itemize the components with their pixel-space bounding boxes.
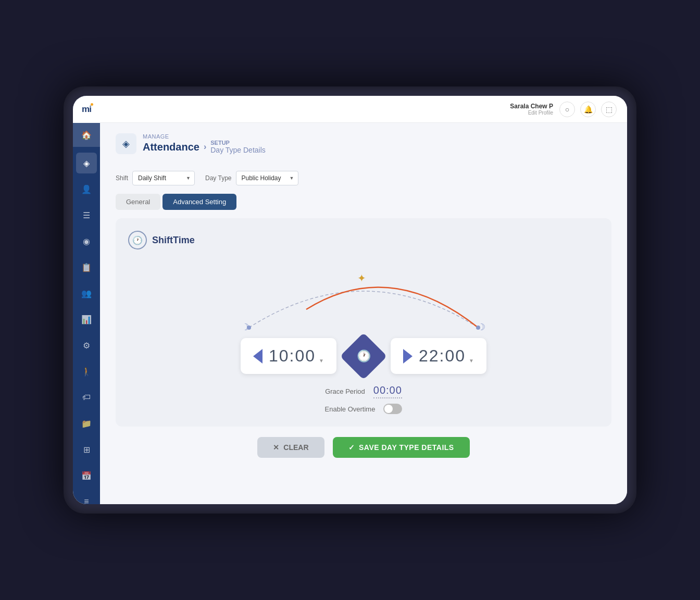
calendar-icon: 📅 <box>81 471 92 481</box>
username-label: Sarala Chew P <box>510 103 553 110</box>
shift-label: Shift <box>116 174 128 182</box>
content-area: ◈ Manage Attendance › Setup Day Type Det… <box>100 123 627 504</box>
logo-dot <box>91 103 93 106</box>
breadcrumb-page-label: Day Type Details <box>210 146 266 154</box>
sidebar-item-user-circle[interactable]: ◉ <box>76 231 97 252</box>
time-in-box: 10:00 ▼ <box>241 338 336 374</box>
search-icon-btn[interactable]: ○ <box>559 102 575 117</box>
edit-profile-link[interactable]: Edit Profile <box>528 110 553 116</box>
people-icon: 👥 <box>81 289 92 298</box>
walk-icon: 🚶 <box>81 367 92 377</box>
search-icon: ○ <box>565 105 569 114</box>
time-out-dropdown-icon[interactable]: ▼ <box>469 358 474 364</box>
sidebar-nav: ◈ 👤 ☰ ◉ 📋 👥 📊 <box>76 147 97 504</box>
breadcrumb-manage-label: Manage <box>143 133 266 140</box>
logo-text: mi <box>82 104 91 115</box>
arc-dot-left <box>247 326 251 330</box>
sidebar-item-people[interactable]: 👥 <box>76 283 97 304</box>
x-icon: ✕ <box>273 443 279 452</box>
breadcrumb-icon: ◈ <box>116 133 136 154</box>
sidebar-item-calendar[interactable]: 📅 <box>76 465 97 486</box>
list-icon: ☰ <box>83 210 90 220</box>
clear-label: CLEAR <box>283 443 308 452</box>
tabs-row: General Advanced Setting <box>116 194 611 210</box>
fingerprint-icon: ◈ <box>83 158 90 168</box>
shift-filter-group: Shift Daily Shift Night Shift Morning Sh… <box>116 171 195 185</box>
person-icon: 👤 <box>81 184 92 194</box>
home-icon: 🏠 <box>81 130 92 140</box>
arc-dashed <box>249 291 478 328</box>
arc-active <box>306 287 478 328</box>
topbar: Sarala Chew P Edit Profile ○ 🔔 ⬚ <box>100 96 627 123</box>
fingerprint-nav-icon: ◈ <box>122 138 130 149</box>
arc-dot-right <box>476 326 480 330</box>
user-info: Sarala Chew P Edit Profile <box>510 103 553 116</box>
arc-container: ☽ ☽ ✦ <box>128 260 599 343</box>
tab-general[interactable]: General <box>116 194 160 210</box>
save-button[interactable]: ✓ SAVE DAY TYPE DETAILS <box>333 437 470 458</box>
bell-icon: 🔔 <box>584 105 593 114</box>
tablet-screen: mi 🏠 ◈ 👤 ☰ ◉ <box>73 96 627 504</box>
filter-row: Shift Daily Shift Night Shift Morning Sh… <box>116 171 611 185</box>
bottom-actions: ✕ CLEAR ✓ SAVE DAY TYPE DETAILS <box>116 437 611 458</box>
breadcrumb-setup-label: Setup <box>210 140 266 146</box>
clear-button[interactable]: ✕ CLEAR <box>257 437 324 458</box>
day-type-select[interactable]: Public Holiday Regular Day Rest Day <box>236 171 298 185</box>
sidebar-item-fingerprint[interactable]: ◈ <box>76 153 97 173</box>
shift-card-header: 🕐 ShiftTime <box>128 231 599 249</box>
sidebar: mi 🏠 ◈ 👤 ☰ ◉ <box>73 96 100 504</box>
sidebar-item-folder[interactable]: 📁 <box>76 413 97 434</box>
sidebar-item-badge[interactable]: 🏷 <box>76 387 97 408</box>
sidebar-item-settings[interactable]: ⚙ <box>76 335 97 356</box>
time-in-dropdown-icon[interactable]: ▼ <box>319 358 324 364</box>
notification-icon-btn[interactable]: 🔔 <box>580 102 596 117</box>
sidebar-item-grid[interactable]: ⊞ <box>76 439 97 460</box>
topbar-icons: ○ 🔔 ⬚ <box>559 102 617 117</box>
check-icon: ✓ <box>348 443 355 452</box>
badge-icon: 🏷 <box>82 393 91 402</box>
time-out-value[interactable]: 22:00 <box>419 346 466 366</box>
shift-select[interactable]: Daily Shift Night Shift Morning Shift <box>132 171 195 185</box>
grid-icon: ⊞ <box>83 445 90 455</box>
breadcrumb-section: Attendance <box>143 141 199 153</box>
grace-period-label: Grace Period <box>325 388 365 395</box>
breadcrumb-sub: Setup Day Type Details <box>210 140 266 154</box>
list2-icon: ≡ <box>84 497 89 504</box>
sun-icon: ✦ <box>357 272 366 284</box>
document-icon: 📋 <box>81 262 92 272</box>
day-type-filter-group: Day Type Public Holiday Regular Day Rest… <box>205 171 298 185</box>
day-type-select-wrapper: Public Holiday Regular Day Rest Day <box>236 171 298 185</box>
breadcrumb-text: Manage Attendance › Setup Day Type Detai… <box>143 133 266 154</box>
tablet-frame: mi 🏠 ◈ 👤 ☰ ◉ <box>64 86 636 514</box>
logout-icon-btn[interactable]: ⬚ <box>601 102 617 117</box>
sidebar-item-person[interactable]: 👤 <box>76 179 97 199</box>
breadcrumb: ◈ Manage Attendance › Setup Day Type Det… <box>116 133 611 160</box>
tab-advanced[interactable]: Advanced Setting <box>162 194 236 210</box>
sidebar-item-document[interactable]: 📋 <box>76 257 97 278</box>
sidebar-item-list[interactable]: ☰ <box>76 205 97 226</box>
sidebar-item-home[interactable]: 🏠 <box>73 123 100 147</box>
logout-icon: ⬚ <box>606 105 612 114</box>
breadcrumb-title-row: Attendance › Setup Day Type Details <box>143 140 266 154</box>
clock-diamond-icon: 🕐 <box>357 349 371 363</box>
sidebar-item-list2[interactable]: ≡ <box>76 491 97 504</box>
clock-header-icon: 🕐 <box>128 231 147 249</box>
shift-select-wrapper: Daily Shift Night Shift Morning Shift <box>132 171 195 185</box>
logo[interactable]: mi <box>73 96 100 123</box>
time-controls: 10:00 ▼ 🕐 22:00 ▼ <box>128 338 599 374</box>
sidebar-item-walk[interactable]: 🚶 <box>76 361 97 382</box>
time-in-value[interactable]: 10:00 <box>269 346 316 366</box>
grace-period-row: Grace Period 00:00 <box>128 384 599 398</box>
overtime-toggle[interactable] <box>383 404 402 414</box>
chart-icon: 📊 <box>81 315 92 324</box>
out-arrow-icon <box>403 349 413 364</box>
clock-diamond: 🕐 <box>340 332 388 380</box>
grace-period-value[interactable]: 00:00 <box>373 384 402 398</box>
save-label: SAVE DAY TYPE DETAILS <box>359 443 454 452</box>
shift-title: ShiftTime <box>152 235 195 246</box>
settings-icon: ⚙ <box>83 341 90 351</box>
breadcrumb-separator: › <box>204 142 206 152</box>
sidebar-item-chart[interactable]: 📊 <box>76 309 97 330</box>
overtime-label: Enable Overtime <box>325 405 376 413</box>
folder-icon: 📁 <box>81 419 92 429</box>
